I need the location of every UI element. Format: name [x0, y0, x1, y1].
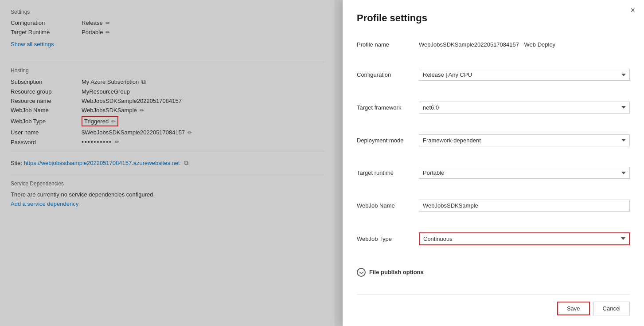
webjob-type-select[interactable]: Continuous Triggered — [419, 232, 630, 245]
subscription-value: My Azure Subscription — [82, 79, 139, 85]
target-framework-label: Target framework — [357, 104, 419, 111]
webjob-type-value: Triggered — [84, 118, 109, 125]
profile-form: Profile name WebJobsSDKSample20220517084… — [357, 35, 630, 285]
add-dep-link[interactable]: Add a service dependency — [11, 200, 78, 207]
target-framework-select[interactable]: net6.0 net5.0 netcoreapp3.1 — [419, 102, 630, 114]
settings-section: Settings Configuration Release ✏ Target … — [11, 9, 324, 55]
subscription-copy-icon[interactable]: ⧉ — [141, 78, 146, 86]
resource-group-value: MyResourceGroup — [82, 88, 130, 95]
subscription-value-row: My Azure Subscription ⧉ — [82, 78, 324, 86]
target-runtime-value: Portable — [82, 29, 103, 35]
config-field-label: Configuration — [357, 71, 419, 78]
webjob-name-value-row: WebJobsSDKSample ✏ — [82, 107, 324, 114]
webjob-name-input[interactable] — [419, 200, 630, 212]
resource-name-value: WebJobsSDKSample20220517084157 — [82, 98, 182, 104]
resource-group-key: Resource group — [11, 88, 82, 95]
target-runtime-edit-icon[interactable]: ✏ — [105, 29, 110, 35]
site-url[interactable]: https://webjobssdsample20220517084157.az… — [24, 160, 180, 166]
config-value-row: Release ✏ — [82, 20, 324, 26]
subscription-key: Subscription — [11, 79, 82, 85]
left-panel: Settings Configuration Release ✏ Target … — [0, 0, 335, 326]
username-edit-icon[interactable]: ✏ — [187, 130, 192, 136]
service-dep-section: Service Dependencies There are currently… — [11, 181, 324, 207]
hosting-grid: Subscription My Azure Subscription ⧉ Res… — [11, 78, 324, 145]
deployment-mode-label: Deployment mode — [357, 137, 419, 144]
chevron-circle-icon — [357, 268, 366, 277]
divider-site — [11, 174, 324, 174]
config-edit-icon[interactable]: ✏ — [105, 20, 110, 26]
password-value-row: •••••••••• ✏ — [82, 138, 324, 145]
config-value: Release — [82, 20, 103, 26]
save-button[interactable]: Save — [557, 302, 590, 315]
file-publish-section: File publish options — [357, 266, 630, 279]
profile-name-value: WebJobsSDKSample20220517084157 - Web Dep… — [419, 41, 630, 48]
password-edit-icon[interactable]: ✏ — [115, 139, 119, 145]
webjob-type-field-label: WebJob Type — [357, 236, 419, 242]
settings-label: Settings — [11, 9, 324, 15]
deployment-mode-select[interactable]: Framework-dependent Self-contained — [419, 134, 630, 146]
webjob-type-key: WebJob Type — [11, 118, 82, 125]
webjob-name-key: WebJob Name — [11, 107, 82, 114]
webjob-name-value: WebJobsSDKSample — [82, 107, 137, 114]
service-dep-label: Service Dependencies — [11, 181, 324, 187]
resource-group-value-row: MyResourceGroup — [82, 88, 324, 95]
config-select[interactable]: Release | Any CPU Debug | Any CPU Releas… — [419, 69, 630, 81]
hosting-section: Hosting Subscription My Azure Subscripti… — [11, 67, 324, 145]
profile-name-label: Profile name — [357, 41, 419, 48]
site-copy-icon[interactable]: ⧉ — [184, 159, 188, 166]
webjob-type-value-row: Triggered ✏ — [82, 116, 324, 126]
resource-name-value-row: WebJobsSDKSample20220517084157 — [82, 98, 324, 104]
cancel-button[interactable]: Cancel — [593, 302, 630, 315]
file-publish-row[interactable]: File publish options — [357, 266, 630, 279]
webjob-type-highlight: Triggered ✏ — [82, 116, 118, 126]
username-value: $WebJobsSDKSample20220517084157 — [82, 129, 185, 136]
no-deps-text: There are currently no service dependenc… — [11, 191, 324, 198]
modal-close-button[interactable]: × — [630, 6, 635, 14]
webjob-name-edit-icon[interactable]: ✏ — [140, 107, 144, 114]
target-runtime-select[interactable]: Portable win-x64 win-x86 linux-x64 — [419, 167, 630, 179]
target-runtime-value-row: Portable ✏ — [82, 29, 324, 35]
file-publish-label: File publish options — [369, 269, 424, 275]
divider-hosting — [11, 152, 324, 152]
password-key: Password — [11, 139, 82, 145]
target-runtime-key: Target Runtime — [11, 29, 82, 35]
hosting-label: Hosting — [11, 67, 324, 74]
site-section: Site: https://webjobssdsample20220517084… — [11, 159, 324, 167]
target-runtime-field-label: Target runtime — [357, 169, 419, 176]
modal-footer: Save Cancel — [357, 294, 630, 315]
modal-title: Profile settings — [357, 12, 630, 24]
site-label: Site: — [11, 160, 22, 166]
divider-settings — [11, 61, 324, 61]
username-value-row: $WebJobsSDKSample20220517084157 ✏ — [82, 129, 324, 136]
username-key: User name — [11, 129, 82, 136]
show-all-settings-link[interactable]: Show all settings — [11, 41, 54, 47]
config-key: Configuration — [11, 20, 82, 26]
resource-name-key: Resource name — [11, 98, 82, 104]
webjob-type-edit-icon[interactable]: ✏ — [111, 118, 116, 125]
webjob-name-field-label: WebJob Name — [357, 202, 419, 209]
password-value: •••••••••• — [82, 138, 112, 145]
profile-settings-modal: × Profile settings Profile name WebJobsS… — [343, 0, 644, 326]
